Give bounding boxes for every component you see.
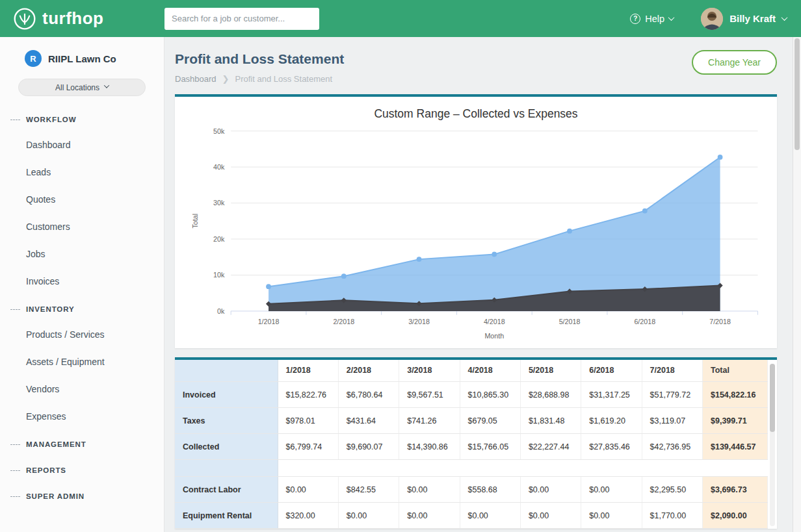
company-logo: R bbox=[25, 50, 42, 67]
company-badge[interactable]: R RIIPL Lawn Co bbox=[0, 37, 164, 73]
page-title: Profit and Loss Statement bbox=[175, 51, 777, 67]
breadcrumb-item-dashboard[interactable]: Dashboard bbox=[175, 74, 217, 84]
table-scrollbar[interactable] bbox=[770, 364, 775, 527]
sidebar-item-expenses[interactable]: Expenses bbox=[0, 403, 164, 430]
turfhop-logo-icon bbox=[13, 7, 36, 31]
table-cell: $9,690.07 bbox=[338, 434, 399, 460]
app-header: turfhop ? Help Billy Kraft bbox=[0, 0, 801, 37]
svg-text:7/2018: 7/2018 bbox=[709, 318, 731, 325]
table-row-collected: Collected$6,799.74$9,690.07$14,390.86$15… bbox=[175, 434, 768, 460]
nav-section-management[interactable]: MANAGEMENT bbox=[0, 433, 164, 456]
dashed-line-icon bbox=[10, 444, 20, 445]
sidebar-item-leads[interactable]: Leads bbox=[0, 158, 164, 186]
global-search-input[interactable] bbox=[164, 8, 319, 30]
nav-section-inventory[interactable]: INVENTORY bbox=[0, 298, 164, 321]
chart-wrap: 0k10k20k30k40k50k1/20182/20183/20184/201… bbox=[181, 122, 770, 346]
column-header-2-2018: 2/2018 bbox=[338, 360, 399, 382]
sidebar-item-assets-equipment[interactable]: Assets / Equipment bbox=[0, 348, 164, 375]
row-total: $3,696.73 bbox=[703, 477, 768, 503]
location-filter[interactable]: All Locations bbox=[18, 79, 146, 96]
breadcrumb-item-current: Profit and Loss Statement bbox=[235, 74, 333, 84]
sidebar-item-products-services[interactable]: Products / Services bbox=[0, 321, 164, 348]
chart-card: Custom Range – Collected vs Expenses 0k1… bbox=[175, 94, 777, 348]
sidebar-item-invoices[interactable]: Invoices bbox=[0, 268, 164, 295]
table-cell: $1,619.20 bbox=[581, 408, 642, 434]
table-cell: $22,227.44 bbox=[520, 434, 581, 460]
table-row-contract-labor: Contract Labor$0.00$842.55$0.00$558.68$0… bbox=[175, 477, 768, 503]
location-filter-label: All Locations bbox=[55, 83, 99, 92]
user-name: Billy Kraft bbox=[729, 13, 776, 24]
user-menu[interactable]: Billy Kraft bbox=[701, 8, 787, 30]
spacer-cell bbox=[642, 460, 702, 477]
spacer-cell bbox=[581, 460, 642, 477]
sidebar-item-customers[interactable]: Customers bbox=[0, 213, 164, 240]
table-cell: $42,736.95 bbox=[642, 434, 702, 460]
table-cell: $28,688.98 bbox=[520, 382, 581, 408]
row-label: Equipment Rental bbox=[175, 503, 278, 529]
svg-text:30k: 30k bbox=[213, 199, 225, 207]
nav-section-workflow[interactable]: WORKFLOW bbox=[0, 108, 164, 131]
nav-section-reports[interactable]: REPORTS bbox=[0, 459, 164, 482]
table-cell: $978.01 bbox=[278, 408, 338, 434]
svg-text:6/2018: 6/2018 bbox=[634, 318, 655, 325]
sidebar-item-quotes[interactable]: Quotes bbox=[0, 186, 164, 213]
spacer-cell bbox=[460, 460, 520, 477]
nav-section-label: REPORTS bbox=[26, 466, 66, 474]
spacer-cell bbox=[703, 460, 768, 477]
breadcrumb: Dashboard ❯ Profit and Loss Statement bbox=[175, 74, 777, 84]
table-cell: $1,770.00 bbox=[642, 503, 702, 529]
table-cell: $0.00 bbox=[581, 503, 642, 529]
dashed-line-icon bbox=[10, 470, 20, 471]
sidebar-item-jobs[interactable]: Jobs bbox=[0, 240, 164, 268]
company-name: RIIPL Lawn Co bbox=[48, 53, 116, 64]
table-cell: $1,831.48 bbox=[520, 408, 581, 434]
svg-text:50k: 50k bbox=[213, 127, 225, 135]
table-cell: $2,295.50 bbox=[642, 477, 702, 503]
table-cell: $0.00 bbox=[338, 503, 399, 529]
chart-title: Custom Range – Collected vs Expenses bbox=[181, 107, 770, 121]
svg-text:Month: Month bbox=[484, 332, 504, 340]
header-right: ? Help Billy Kraft bbox=[630, 8, 787, 30]
table-header-row: 1/20182/20183/20184/20185/20186/20187/20… bbox=[175, 360, 768, 382]
page-scrollbar-thumb[interactable] bbox=[794, 38, 800, 150]
column-header-total: Total bbox=[703, 360, 768, 382]
table-scrollbar-thumb[interactable] bbox=[770, 364, 775, 432]
row-label: Invoiced bbox=[175, 382, 278, 408]
page-scrollbar[interactable] bbox=[793, 37, 801, 532]
main-content: Profit and Loss Statement Dashboard ❯ Pr… bbox=[164, 37, 793, 532]
column-header-6-2018: 6/2018 bbox=[581, 360, 642, 382]
chevron-down-icon bbox=[668, 14, 675, 21]
sidebar-item-dashboard[interactable]: Dashboard bbox=[0, 131, 164, 158]
help-icon: ? bbox=[630, 14, 640, 24]
table-card: 1/20182/20183/20184/20185/20186/20187/20… bbox=[175, 357, 777, 529]
column-header-1-2018: 1/2018 bbox=[278, 360, 338, 382]
sidebar: R RIIPL Lawn Co All Locations WORKFLOWDa… bbox=[0, 37, 164, 532]
spacer-cell bbox=[175, 460, 278, 477]
svg-text:1/2018: 1/2018 bbox=[258, 318, 280, 325]
row-label: Contract Labor bbox=[175, 477, 278, 503]
help-menu[interactable]: ? Help bbox=[630, 14, 674, 24]
sidebar-item-vendors[interactable]: Vendors bbox=[0, 375, 164, 403]
table-cell: $3,119.07 bbox=[642, 408, 702, 434]
svg-text:0k: 0k bbox=[217, 307, 225, 315]
spacer-cell bbox=[278, 460, 338, 477]
nav-section-super-admin[interactable]: SUPER ADMIN bbox=[0, 485, 164, 508]
nav-section-label: SUPER ADMIN bbox=[26, 492, 85, 500]
table-cell: $9,567.51 bbox=[399, 382, 460, 408]
svg-text:4/2018: 4/2018 bbox=[484, 318, 505, 325]
spacer-cell bbox=[399, 460, 460, 477]
table-cell: $741.26 bbox=[399, 408, 460, 434]
brand-name: turfhop bbox=[42, 8, 103, 29]
dashed-line-icon bbox=[10, 496, 20, 497]
help-label: Help bbox=[645, 14, 664, 24]
table-row-taxes: Taxes$978.01$431.64$741.26$679.05$1,831.… bbox=[175, 408, 768, 434]
column-header bbox=[175, 360, 278, 382]
brand-logo[interactable]: turfhop bbox=[0, 7, 151, 31]
table-cell: $0.00 bbox=[278, 477, 338, 503]
change-year-button[interactable]: Change Year bbox=[692, 50, 777, 75]
table-row-equipment-rental: Equipment Rental$320.00$0.00$0.00$0.00$0… bbox=[175, 503, 768, 529]
svg-text:3/2018: 3/2018 bbox=[408, 318, 430, 325]
pnl-chart: 0k10k20k30k40k50k1/20182/20183/20184/201… bbox=[181, 122, 770, 346]
nav-section-label: MANAGEMENT bbox=[26, 440, 86, 448]
table-cell: $558.68 bbox=[460, 477, 520, 503]
